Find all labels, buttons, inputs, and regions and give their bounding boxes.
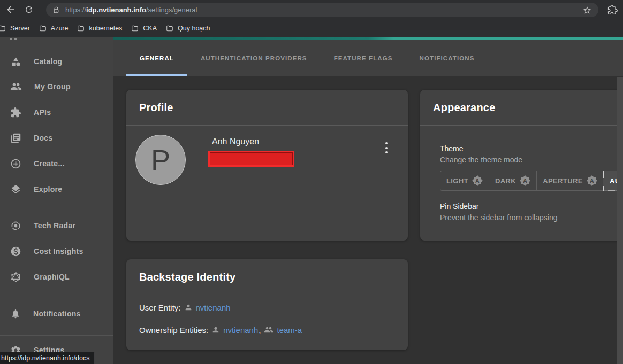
sidebar-item-graphiql[interactable]: GraphiQL (0, 264, 113, 290)
appearance-card: Appearance Theme Change the theme mode L… (420, 90, 623, 241)
layers-icon (10, 184, 21, 195)
theme-button-light[interactable]: LIGHT A (440, 171, 489, 191)
sidebar-item-label: Cost Insights (34, 247, 83, 255)
theme-toggle-group: LIGHT A DARK A APERTURE A AUTO A (440, 171, 623, 191)
browser-toolbar: https://idp.nvtienanh.info/settings/gene… (0, 0, 623, 19)
sidebar-item-notifications[interactable]: Notifications (0, 301, 113, 327)
people-icon (264, 325, 273, 335)
pin-sidebar-label: Pin Sidebar (440, 202, 478, 211)
extensions-button[interactable] (605, 2, 620, 17)
profile-name: Anh Nguyen (212, 137, 259, 146)
sidebar-item-docs[interactable]: Docs (0, 125, 113, 151)
email-redaction-box (208, 151, 294, 167)
url-text: https://idp.nvtienanh.info/settings/gene… (65, 6, 197, 14)
sidebar-item-catalog[interactable]: Catalog (0, 49, 113, 74)
bell-icon (10, 308, 21, 319)
bookmark-label: Azure (51, 25, 69, 32)
bookmark-folder-cka[interactable]: CKA (131, 25, 157, 32)
star-icon (582, 5, 592, 15)
lock-icon (52, 6, 60, 14)
sidebar-item-cost-insights[interactable]: Cost Insights (0, 238, 113, 264)
back-arrow-icon (5, 4, 16, 15)
link-status-bar: https://idp.nvtienanh.info/docs (0, 352, 95, 364)
sidebar-item-label: Catalog (34, 57, 62, 66)
bookmark-folder-kubernetes[interactable]: kubernetes (77, 25, 122, 32)
theme-button-dark[interactable]: DARK A (489, 171, 536, 191)
favorite-button[interactable] (582, 5, 592, 15)
kebab-menu-icon[interactable] (382, 141, 391, 155)
url-domain: idp.nvtienanh.info (86, 6, 146, 14)
sidebar-item-tech-radar[interactable]: Tech Radar (0, 213, 113, 238)
sidebar-divider (0, 208, 113, 208)
extensions-puzzle-icon (607, 5, 618, 15)
status-url: https://idp.nvtienanh.info/docs (1, 354, 89, 362)
sidebar-item-label: Explore (34, 185, 62, 193)
bookmark-label: Quy hoạch (178, 25, 210, 32)
bookmark-folder-azure[interactable]: Azure (39, 25, 69, 32)
bookmark-label: kubernetes (89, 25, 122, 32)
sidebar-divider (0, 296, 113, 296)
identity-card-title: Backstage Identity (139, 271, 235, 283)
page-scrollbar[interactable] (617, 77, 623, 364)
tab-authentication-providers[interactable]: AUTHENTICATION PROVIDERS (187, 40, 321, 76)
profile-card: Profile P Anh Nguyen (126, 90, 408, 241)
sidebar-item-explore[interactable]: Explore (0, 176, 113, 202)
sidebar-item-apis[interactable]: APIs (0, 99, 113, 125)
theme-description: Change the theme mode (440, 156, 522, 164)
user-entity-row: User Entity: nvtienanh (139, 302, 231, 313)
ownership-entity-link[interactable]: team-a (277, 326, 302, 335)
ownership-entities-label: Ownership Entities: (139, 326, 208, 335)
tab-notifications[interactable]: NOTIFICATIONS (406, 40, 488, 76)
sidebar-item-label: Tech Radar (34, 221, 75, 230)
backstage-identity-card: Backstage Identity User Entity: nvtienan… (126, 259, 408, 350)
brightness-auto-icon: A (520, 175, 530, 186)
ownership-entity-link[interactable]: nvtienanh (223, 326, 258, 335)
bookmark-label: CKA (143, 25, 157, 32)
sidebar: Catalog My Group APIs Docs Create... Exp… (0, 37, 113, 364)
address-bar[interactable]: https://idp.nvtienanh.info/settings/gene… (46, 3, 598, 17)
sidebar-item-label: Create... (34, 159, 65, 168)
sidebar-item-label: Docs (34, 134, 52, 142)
radar-icon (10, 220, 21, 231)
folder-icon (165, 25, 174, 32)
appearance-card-title: Appearance (433, 102, 496, 114)
tab-feature-flags[interactable]: FEATURE FLAGS (321, 40, 406, 76)
sidebar-divider (0, 335, 113, 336)
refresh-button[interactable] (21, 2, 36, 17)
settings-tabs: GENERAL AUTHENTICATION PROVIDERS FEATURE… (113, 40, 623, 76)
separator: , (259, 326, 261, 335)
bookmarks-bar: Server Azure kubernetes CKA Quy hoạch (0, 19, 623, 37)
sidebar-item-label: Notifications (33, 309, 81, 318)
avatar: P (135, 135, 186, 185)
puzzle-icon (10, 107, 21, 118)
sidebar-item-label: My Group (34, 82, 71, 91)
appearance-card-header: Appearance (420, 90, 623, 126)
person-icon (184, 303, 193, 312)
docs-icon (10, 133, 21, 144)
person-icon (211, 326, 220, 334)
theme-label: Theme (440, 144, 464, 153)
sidebar-item-my-group[interactable]: My Group (0, 74, 113, 99)
bookmark-folder-quy-hoach[interactable]: Quy hoạch (165, 25, 210, 32)
profile-card-header: Profile (126, 90, 408, 126)
bookmark-folder-server[interactable]: Server (0, 25, 30, 32)
main-content: GENERAL AUTHENTICATION PROVIDERS FEATURE… (113, 37, 623, 364)
sidebar-item-create[interactable]: Create... (0, 151, 113, 176)
back-button[interactable] (3, 2, 18, 17)
tab-general[interactable]: GENERAL (126, 40, 187, 76)
cutoff-icon-remnant (14, 38, 17, 40)
cutoff-icon-remnant (10, 38, 12, 40)
folder-icon (39, 25, 47, 32)
sidebar-item-label: APIs (34, 108, 51, 117)
graphql-icon (10, 272, 21, 283)
ownership-entities-row: Ownership Entities: nvtienanh, team-a (139, 324, 302, 335)
theme-button-aperture[interactable]: APERTURE A (536, 171, 603, 191)
catalog-icon (10, 56, 21, 67)
identity-card-header: Backstage Identity (126, 259, 408, 295)
folder-icon (131, 25, 139, 32)
pin-sidebar-description: Prevent the sidebar from collapsing (440, 213, 557, 222)
user-entity-label: User Entity: (139, 303, 181, 312)
brightness-auto-icon: A (587, 175, 597, 186)
folder-icon (77, 25, 85, 32)
user-entity-link[interactable]: nvtienanh (196, 303, 231, 312)
